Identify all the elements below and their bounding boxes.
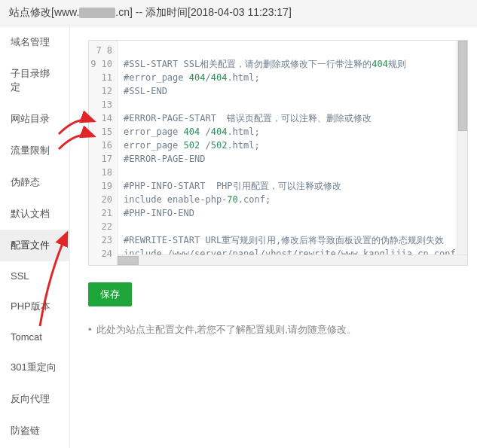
main-area: 域名管理子目录绑定网站目录流量限制伪静态默认文档配置文件SSLPHP版本Tomc… <box>0 26 477 448</box>
h-scroll-thumb[interactable] <box>118 256 139 265</box>
config-note: •此处为站点主配置文件,若您不了解配置规则,请勿随意修改。 <box>88 323 468 337</box>
sidebar-item-9[interactable]: Tomcat <box>0 322 69 352</box>
sidebar: 域名管理子目录绑定网站目录流量限制伪静态默认文档配置文件SSLPHP版本Tomc… <box>0 26 70 448</box>
note-text: 此处为站点主配置文件,若您不了解配置规则,请勿随意修改。 <box>96 324 356 335</box>
sidebar-item-10[interactable]: 301重定向 <box>0 352 69 383</box>
line-gutter: 7 8 9 10 11 12 13 14 15 16 17 18 19 20 2… <box>89 41 118 265</box>
sidebar-item-12[interactable]: 防盗链 <box>0 415 69 446</box>
sidebar-item-5[interactable]: 默认文档 <box>0 198 69 230</box>
horizontal-scrollbar[interactable] <box>118 254 467 265</box>
sidebar-item-1[interactable]: 子目录绑定 <box>0 58 69 103</box>
code-editor[interactable]: 7 8 9 10 11 12 13 14 15 16 17 18 19 20 2… <box>88 40 468 266</box>
code-body[interactable]: #SSL-START SSL相关配置，请勿删除或修改下一行带注释的404规则 #… <box>118 41 467 265</box>
sidebar-item-11[interactable]: 反向代理 <box>0 383 69 415</box>
save-button[interactable]: 保存 <box>88 282 132 306</box>
content-pane: 7 8 9 10 11 12 13 14 15 16 17 18 19 20 2… <box>70 26 477 448</box>
sidebar-item-3[interactable]: 流量限制 <box>0 135 69 166</box>
sidebar-item-0[interactable]: 域名管理 <box>0 26 69 58</box>
sidebar-item-8[interactable]: PHP版本 <box>0 291 69 322</box>
title-suffix: .cn] -- 添加时间[2018-04-03 11:23:17] <box>115 6 291 18</box>
v-scroll-thumb[interactable] <box>458 41 467 131</box>
window-title: 站点修改[www..cn] -- 添加时间[2018-04-03 11:23:1… <box>0 0 477 26</box>
sidebar-item-2[interactable]: 网站目录 <box>0 103 69 135</box>
sidebar-item-6[interactable]: 配置文件 <box>0 230 69 261</box>
sidebar-item-4[interactable]: 伪静态 <box>0 166 69 198</box>
title-prefix: 站点修改[www. <box>9 6 79 18</box>
bullet-icon: • <box>88 324 92 335</box>
sidebar-item-7[interactable]: SSL <box>0 261 69 291</box>
vertical-scrollbar[interactable] <box>457 41 467 254</box>
domain-masked <box>79 8 115 18</box>
